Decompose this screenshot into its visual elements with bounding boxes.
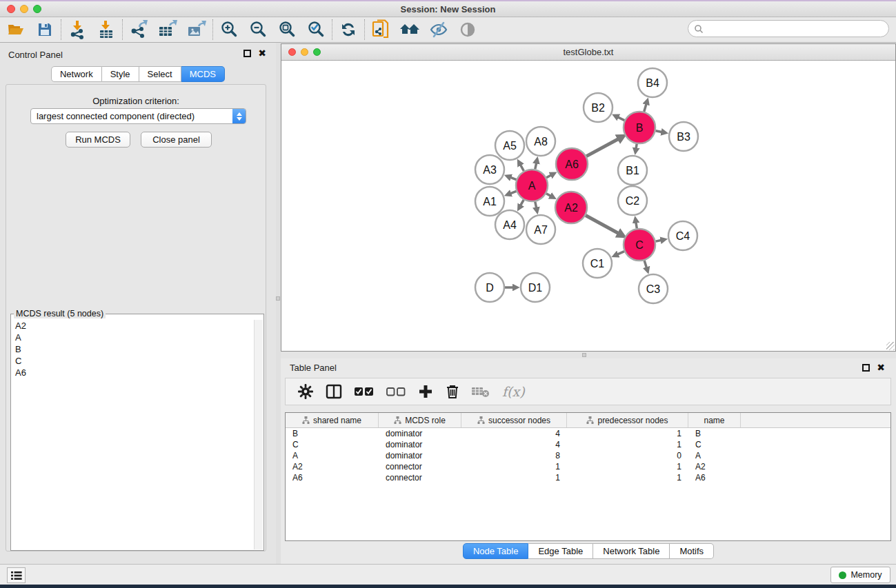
table-cell[interactable]: C (286, 440, 379, 449)
edge-A-A5[interactable] (520, 164, 524, 171)
table-cell[interactable]: A (688, 451, 741, 460)
apply-function-icon[interactable]: f(x) (502, 384, 525, 399)
clone-network-icon[interactable] (370, 19, 391, 40)
column-header-shared-name[interactable]: shared name (286, 413, 379, 427)
table-cell[interactable]: 1 (567, 473, 688, 483)
table-cell[interactable]: 4 (461, 440, 567, 449)
mcds-result-item[interactable]: B (12, 343, 254, 355)
hide-graphics-details-icon[interactable] (428, 19, 449, 40)
table-settings-gear-icon[interactable] (298, 384, 313, 399)
mcds-result-item[interactable]: C (12, 355, 254, 367)
table-cell[interactable]: C (688, 440, 741, 449)
graph-node-A[interactable]: A (516, 170, 548, 201)
export-table-icon[interactable] (157, 19, 178, 40)
edge-A-A4[interactable] (520, 200, 524, 206)
graph-node-B3[interactable]: B3 (669, 122, 698, 151)
close-panel-button[interactable]: Close panel (141, 132, 212, 148)
table-cell[interactable]: connector (379, 473, 461, 483)
mcds-result-list[interactable]: A2ABCA6 (12, 320, 254, 549)
delete-column-trash-icon[interactable] (446, 384, 459, 399)
splitter-grip[interactable] (276, 296, 280, 301)
graph-node-B2[interactable]: B2 (584, 93, 613, 122)
graph-node-A3[interactable]: A3 (475, 155, 504, 184)
graph-node-B4[interactable]: B4 (638, 68, 667, 97)
column-header-successor-nodes[interactable]: successor nodes (461, 413, 567, 427)
table-cell[interactable]: 8 (461, 451, 567, 460)
float-panel-icon[interactable] (862, 364, 870, 372)
zoom-out-icon[interactable] (248, 19, 268, 40)
open-session-icon[interactable] (6, 19, 26, 40)
memory-button[interactable]: Memory (830, 567, 890, 583)
edge-A-A3[interactable] (510, 177, 517, 180)
graph-node-A1[interactable]: A1 (475, 187, 504, 216)
graph-node-C[interactable]: C (624, 229, 655, 261)
run-mcds-button[interactable]: Run MCDS (66, 132, 130, 148)
edge-A-A6[interactable] (546, 175, 552, 178)
table-row[interactable]: Cdominator41C (286, 439, 890, 450)
table-cell[interactable]: 1 (461, 462, 567, 472)
search-box[interactable] (688, 20, 889, 37)
graph-node-D[interactable]: D (475, 273, 504, 302)
network-graph[interactable]: B4B2BB3A8A5A6B1A3AC2A1A2A4A7C4CC1DD1C3 (281, 61, 895, 351)
table-cell[interactable]: A (286, 451, 379, 460)
edge-B-B2[interactable] (617, 116, 624, 120)
mcds-result-scrollbar[interactable] (254, 320, 263, 549)
tab-style[interactable]: Style (102, 66, 139, 82)
graph-node-A6[interactable]: A6 (556, 148, 588, 180)
edge-B-B4[interactable] (644, 103, 647, 112)
graph-node-A5[interactable]: A5 (495, 131, 524, 160)
task-history-button[interactable] (7, 567, 26, 583)
tab-select[interactable]: Select (139, 66, 181, 82)
splitter-grip[interactable] (582, 353, 586, 357)
edge-A-A1[interactable] (510, 191, 517, 194)
edge-C-C1[interactable] (617, 252, 624, 255)
home-icon[interactable] (399, 19, 420, 40)
graph-node-A8[interactable]: A8 (526, 127, 555, 156)
tab-motifs[interactable]: Motifs (670, 543, 714, 559)
table-cell[interactable]: dominator (379, 429, 461, 438)
node-table[interactable]: shared nameMCDS rolesuccessor nodesprede… (285, 412, 891, 541)
zoom-in-icon[interactable] (219, 19, 239, 40)
graph-node-C1[interactable]: C1 (583, 249, 612, 278)
export-image-icon[interactable] (186, 19, 207, 40)
table-cell[interactable]: 1 (567, 440, 688, 449)
table-row[interactable]: A6connector11A6 (286, 472, 890, 483)
edge-A-A2[interactable] (546, 194, 551, 196)
deselect-all-icon[interactable] (386, 387, 406, 396)
tab-edge-table[interactable]: Edge Table (528, 543, 593, 559)
table-row[interactable]: Adominator80A (286, 450, 890, 461)
graph-node-A2[interactable]: A2 (555, 192, 587, 223)
tab-network-table[interactable]: Network Table (593, 543, 670, 559)
graph-node-B[interactable]: B (624, 112, 655, 143)
tab-network[interactable]: Network (51, 66, 102, 82)
zoom-fit-icon[interactable] (277, 19, 297, 40)
mcds-result-item[interactable]: A2 (12, 320, 254, 332)
refresh-layout-icon[interactable] (338, 19, 359, 40)
graph-node-C2[interactable]: C2 (618, 186, 647, 215)
edge-A-A8[interactable] (535, 162, 537, 169)
edge-A2-C[interactable] (586, 215, 619, 234)
horizontal-splitter[interactable] (281, 352, 896, 358)
criterion-dropdown[interactable]: largest connected component (directed) (30, 108, 246, 124)
graph-node-D1[interactable]: D1 (521, 273, 550, 302)
mcds-result-item[interactable]: A6 (12, 367, 254, 378)
import-network-icon[interactable] (67, 19, 88, 40)
table-cell[interactable]: dominator (379, 451, 461, 460)
graph-node-C4[interactable]: C4 (668, 221, 697, 250)
show-columns-icon[interactable] (326, 384, 342, 399)
float-panel-icon[interactable] (243, 50, 251, 57)
add-column-icon[interactable] (418, 384, 433, 399)
graph-node-A7[interactable]: A7 (526, 215, 555, 244)
table-cell[interactable]: dominator (379, 440, 461, 449)
graph-node-A4[interactable]: A4 (495, 210, 524, 239)
network-canvas[interactable]: B4B2BB3A8A5A6B1A3AC2A1A2A4A7C4CC1DD1C3 (281, 61, 895, 351)
tab-mcds[interactable]: MCDS (181, 66, 225, 82)
close-panel-icon[interactable]: ✖ (877, 364, 885, 372)
table-cell[interactable]: 1 (567, 429, 688, 438)
table-cell[interactable]: B (688, 429, 741, 438)
edge-B-B3[interactable] (656, 131, 663, 132)
edge-C-C2[interactable] (636, 222, 637, 229)
select-all-icon[interactable] (355, 387, 374, 396)
mcds-result-item[interactable]: A (12, 332, 254, 343)
edge-A-A7[interactable] (535, 202, 537, 209)
